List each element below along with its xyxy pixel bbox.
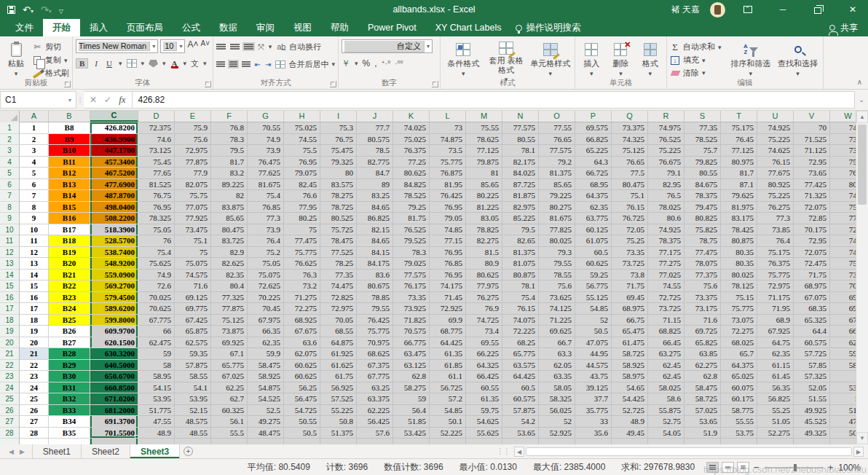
cell-F2[interactable]: 78.3 <box>211 134 248 146</box>
cell-B12[interactable]: B19 <box>49 247 90 259</box>
cell-N6[interactable]: 87.725 <box>502 179 539 191</box>
cell-R16[interactable]: 72.725 <box>648 292 684 304</box>
cell-L24[interactable]: 56.725 <box>430 382 466 394</box>
cell-P14[interactable]: 59.25 <box>575 270 612 281</box>
cell-S7[interactable]: 78.375 <box>684 190 721 202</box>
cell-B15[interactable]: B22 <box>49 280 90 292</box>
cell-U27[interactable]: 51.05 <box>757 416 794 428</box>
cell-J13[interactable]: 84.175 <box>357 258 393 270</box>
cell-N19[interactable]: 72.225 <box>502 326 539 337</box>
cell-M8[interactable]: 81.225 <box>466 202 502 213</box>
cell-N7[interactable]: 81.875 <box>502 190 539 202</box>
cell-Q12[interactable]: 73.35 <box>612 247 648 259</box>
cell-W24[interactable]: 53.9 <box>830 382 856 394</box>
cell-I22[interactable]: 61.625 <box>320 360 357 372</box>
cell-I14[interactable]: 77.35 <box>320 270 357 281</box>
cell-J19[interactable]: 75.775 <box>357 326 393 337</box>
cell-F3[interactable]: 79.5 <box>211 145 248 157</box>
cell-G2[interactable]: 74.9 <box>248 134 284 146</box>
cell-K16[interactable]: 73.35 <box>393 292 430 304</box>
ribbon-display-options-icon[interactable] <box>735 0 760 19</box>
cell-P5[interactable]: 66.725 <box>575 168 612 179</box>
cell-W5[interactable]: 76.5 <box>830 168 856 179</box>
alignment-dialog-launcher[interactable] <box>330 81 336 87</box>
cell-I12[interactable]: 77.525 <box>320 247 357 259</box>
cell-H24[interactable]: 56.25 <box>284 382 320 394</box>
cell-M27[interactable]: 54.625 <box>466 416 502 428</box>
cell-W25[interactable]: 54 <box>830 393 856 405</box>
cell-T28[interactable]: 53.75 <box>721 428 757 439</box>
cell-A20[interactable]: 20 <box>20 337 49 349</box>
cell-W2[interactable]: 73.8 <box>830 134 856 146</box>
cell-O16[interactable]: 73.625 <box>539 292 575 304</box>
format-as-table-button[interactable]: 套用 表格格式▾ <box>486 39 526 79</box>
cell-B9[interactable]: B16 <box>49 213 90 224</box>
cell-N10[interactable]: 79.5 <box>502 224 539 236</box>
scroll-right-icon[interactable]: ▶ <box>853 447 864 457</box>
cell-S4[interactable]: 79.825 <box>684 157 721 168</box>
cell-S24[interactable]: 58.475 <box>684 382 721 394</box>
cell-A26[interactable]: 26 <box>20 405 49 417</box>
cell-C8[interactable]: 498.0400 <box>90 202 138 213</box>
cell-B23[interactable]: B30 <box>49 371 90 382</box>
column-header-K[interactable]: K <box>393 111 430 122</box>
cell-O24[interactable]: 58.05 <box>539 382 575 394</box>
cell-F11[interactable]: 83.725 <box>211 235 248 247</box>
cell-P26[interactable]: 35.775 <box>575 405 612 417</box>
cell-I27[interactable]: 50.8 <box>320 416 357 428</box>
cell-V6[interactable]: 77.425 <box>794 179 830 191</box>
active-cell-C1[interactable]: 426.8200 <box>90 122 138 134</box>
cell-Q19[interactable]: 65.475 <box>612 326 648 337</box>
menu-tab-开始[interactable]: 开始 <box>43 19 80 36</box>
cell-O13[interactable]: 79.55 <box>539 258 575 270</box>
cell-B20[interactable]: B27 <box>49 337 90 349</box>
cell-B2[interactable]: B9 <box>49 134 90 146</box>
cell-K10[interactable]: 76.525 <box>393 224 430 236</box>
cell-T8[interactable]: 81.975 <box>721 202 757 213</box>
underline-button[interactable]: U <box>104 59 114 68</box>
cell-M18[interactable]: 74.725 <box>466 315 502 326</box>
cell-L27[interactable]: 50.1 <box>430 416 466 428</box>
cell-D22[interactable]: 58 <box>138 360 175 372</box>
cell-I1[interactable]: 75.3 <box>320 122 357 134</box>
row-header-16[interactable]: 16 <box>0 292 20 304</box>
cell-J8[interactable]: 84.65 <box>357 202 393 213</box>
cell-N9[interactable]: 85.225 <box>502 213 539 224</box>
cell-T21[interactable]: 65.7 <box>721 348 757 360</box>
cell-Q9[interactable]: 76.725 <box>612 213 648 224</box>
cell-O6[interactable]: 85.65 <box>539 179 575 191</box>
cell-D23[interactable]: 58.95 <box>138 371 175 382</box>
clipboard-dialog-launcher[interactable] <box>64 81 71 87</box>
cell-O28[interactable]: 52.925 <box>539 428 575 439</box>
cell-Q17[interactable]: 68.975 <box>612 303 648 315</box>
row-header-4[interactable]: 4 <box>0 157 20 168</box>
row-header-20[interactable]: 20 <box>0 337 20 349</box>
cell-K7[interactable]: 78.525 <box>393 190 430 202</box>
cell-L22[interactable]: 61.85 <box>430 360 466 372</box>
cell-D25[interactable]: 53.95 <box>138 393 175 405</box>
cell-D17[interactable]: 70.625 <box>138 303 175 315</box>
cell-C26[interactable]: 681.2000 <box>90 405 138 417</box>
cell-S25[interactable]: 58.725 <box>684 393 721 405</box>
cell-E24[interactable]: 54.1 <box>175 382 211 394</box>
cell-M11[interactable]: 82.275 <box>466 235 502 247</box>
cell-W4[interactable]: 75.5 <box>830 157 856 168</box>
cell-V24[interactable]: 52.05 <box>794 382 830 394</box>
row-header-12[interactable]: 12 <box>0 247 20 259</box>
cell-C13[interactable]: 548.9200 <box>90 258 138 270</box>
decrease-indent-icon[interactable]: ⇤ <box>255 60 261 68</box>
collapse-ribbon-icon[interactable]: ∧ <box>857 78 862 86</box>
cell-A22[interactable]: 22 <box>20 360 49 372</box>
cell-F21[interactable]: 67.1 <box>211 348 248 360</box>
cell-F7[interactable]: 82 <box>211 190 248 202</box>
cell-M28[interactable]: 55.625 <box>466 428 502 439</box>
cell-O3[interactable]: 77.575 <box>539 145 575 157</box>
cell-H3[interactable]: 75.5 <box>284 145 320 157</box>
cell-H28[interactable]: 50.5 <box>284 428 320 439</box>
cell-Q5[interactable]: 77.5 <box>612 168 648 179</box>
row-header-13[interactable]: 13 <box>0 258 20 270</box>
cell-P19[interactable]: 50.5 <box>575 326 612 337</box>
formula-input[interactable]: 426.82 <box>133 91 855 109</box>
column-header-H[interactable]: H <box>284 111 320 122</box>
cell-Q26[interactable]: 52.725 <box>612 405 648 417</box>
